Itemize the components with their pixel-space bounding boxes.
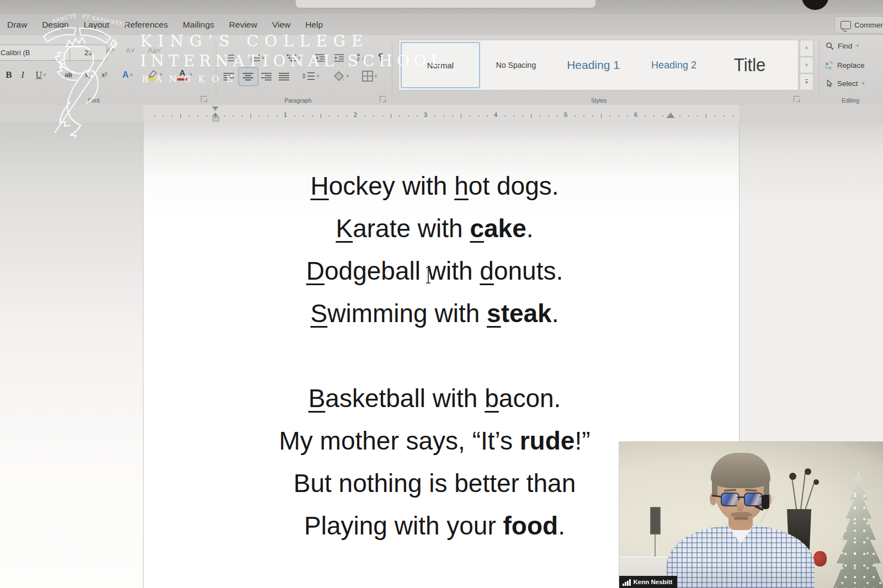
ribbon-tab-review[interactable]: Review [229, 20, 257, 30]
increase-indent-button[interactable] [332, 51, 347, 65]
chevron-down-icon: ˅ [43, 73, 46, 78]
horizontal-ruler[interactable]: 123456 [0, 105, 883, 122]
document-workarea: Hockey with hot dogs.Karate with cake.Do… [0, 122, 883, 588]
ruler-number: 3 [424, 111, 427, 118]
find-button[interactable]: Find ˅ [826, 42, 859, 50]
ruler-number: 5 [564, 111, 567, 118]
title-bar [0, 0, 883, 14]
poem-line[interactable]: Dodgeball with donuts. [143, 250, 726, 292]
styles-gallery: NormalNo SpacingHeading 1Heading 2Title [398, 40, 799, 90]
comments-label: Comments [854, 21, 883, 29]
left-indent-marker[interactable] [212, 117, 219, 121]
underline-button[interactable]: U ˅ [31, 67, 51, 83]
style-heading-2[interactable]: Heading 2 [636, 42, 711, 88]
wall-intercom [650, 507, 661, 534]
poem-line[interactable]: Basketball with bacon. [143, 377, 726, 420]
decrease-indent-button[interactable] [312, 51, 328, 65]
align-left-button[interactable] [222, 70, 236, 84]
multilevel-list-button[interactable]: ˅ [283, 51, 305, 65]
font-group-label: Font [88, 97, 99, 104]
numbering-button[interactable]: 123 ˅ [247, 51, 269, 65]
style-no-spacing[interactable]: No Spacing [482, 42, 550, 88]
grow-font-button[interactable]: A˄ [106, 46, 115, 55]
search-box[interactable] [295, 0, 597, 9]
justify-button[interactable] [276, 70, 292, 84]
ruler-number: 1 [284, 111, 287, 118]
comments-button[interactable]: Comments [834, 16, 883, 34]
replace-button[interactable]: bc Replace [825, 61, 865, 70]
sort-button[interactable]: AZ ↓ [352, 50, 370, 65]
poem-line[interactable]: Hockey with hot dogs. [143, 165, 726, 207]
participant-name-label: Kenn Nesbitt [619, 576, 677, 588]
red-ornament [813, 551, 827, 566]
chevron-down-icon: ˅ [262, 56, 264, 61]
ribbon-tab-draw[interactable]: Draw [7, 20, 27, 30]
highlight-color-button[interactable]: ˅ [142, 66, 167, 83]
chevron-down-icon: ˅ [862, 81, 865, 86]
person-hair [711, 453, 770, 488]
paragraph-group-label: Paragraph [284, 97, 311, 104]
svg-text:b: b [826, 61, 828, 66]
shading-button[interactable]: ˅ [329, 68, 353, 84]
font-name-combo[interactable]: Calibri (B [0, 45, 74, 61]
strikethrough-button[interactable]: ab [60, 67, 77, 83]
ribbon-tab-design[interactable]: Design [42, 20, 68, 30]
ribbon-tab-layout[interactable]: Layout [83, 20, 109, 30]
line-spacing-button[interactable]: ⇕ ˅ [298, 68, 322, 84]
seed-head [805, 468, 811, 475]
editing-group-label: Editing [842, 97, 859, 104]
show-formatting-button[interactable]: ¶ [374, 50, 387, 65]
align-right-button[interactable] [259, 70, 274, 84]
chevron-down-icon: ˅ [130, 73, 132, 78]
style-normal[interactable]: Normal [401, 42, 480, 88]
styles-dialog-launcher[interactable] [794, 96, 800, 102]
superscript-button[interactable]: x² [97, 67, 111, 83]
gallery-scroll-down-button[interactable]: ˅ [800, 57, 813, 74]
line-spacing-icon: ⇕ [301, 72, 306, 80]
ribbon-tab-references[interactable]: References [124, 20, 168, 30]
poem-line[interactable]: Swimming with steak. [143, 292, 726, 335]
paragraph-dialog-launcher[interactable] [380, 96, 386, 102]
chevron-down-icon: ˅ [189, 72, 192, 77]
chevron-down-icon: ˅ [298, 56, 301, 61]
ruler-number: 4 [494, 111, 497, 118]
subscript-button[interactable]: x₂ [81, 67, 95, 83]
borders-button[interactable]: ˅ [358, 68, 382, 84]
ribbon-tab-mailings[interactable]: Mailings [183, 20, 214, 30]
font-dialog-launcher[interactable] [201, 96, 207, 102]
shrink-font-button[interactable]: A˅ [126, 46, 135, 55]
comment-bubble-icon [841, 21, 851, 29]
font-color-button[interactable]: A ˅ [172, 66, 196, 83]
styles-gallery-scrollbar: ˄ ˅ ▾ [800, 40, 813, 90]
account-avatar[interactable] [802, 0, 828, 10]
font-size-combo[interactable]: 23 [70, 45, 107, 61]
chevron-down-icon: ˅ [236, 56, 238, 61]
gallery-scroll-up-button[interactable]: ˄ [800, 40, 813, 57]
font-color-icon: A [176, 68, 188, 81]
change-case-button[interactable]: Aa˅ [148, 46, 161, 55]
align-center-button[interactable] [238, 67, 258, 86]
poem-line[interactable]: Karate with cake. [143, 207, 726, 250]
ribbon-tab-bar: DrawDesignLayoutReferencesMailingsReview… [0, 14, 883, 35]
word-window: DrawDesignLayoutReferencesMailingsReview… [0, 0, 883, 588]
font-name-value: Calibri (B [1, 49, 30, 57]
ribbon: Calibri (B 23 A˄ A˅ Aa˅ B I U ˅ ab x₂ x²… [0, 35, 883, 105]
gallery-more-button[interactable]: ▾ [800, 73, 813, 90]
ribbon-tab-view[interactable]: View [272, 20, 290, 30]
christmas-tree [833, 471, 883, 588]
seed-head [813, 479, 819, 485]
italic-button[interactable]: I [17, 67, 29, 83]
ribbon-tab-help[interactable]: Help [305, 20, 323, 30]
style-heading-1[interactable]: Heading 1 [552, 42, 635, 88]
bullets-button[interactable]: ˅ [221, 51, 243, 65]
text-cursor [428, 267, 429, 284]
pilcrow-icon: ¶ [378, 52, 383, 63]
sort-az-icon: AZ [357, 53, 360, 62]
font-size-value: 23 [84, 49, 92, 57]
first-line-indent-marker[interactable] [212, 106, 219, 111]
styles-group-label: Styles [591, 97, 607, 104]
bold-button[interactable]: B [2, 67, 15, 83]
style-title[interactable]: Title [713, 42, 787, 88]
text-effects-button[interactable]: A ˅ [118, 67, 137, 83]
select-button[interactable]: Select ˅ [826, 79, 865, 88]
